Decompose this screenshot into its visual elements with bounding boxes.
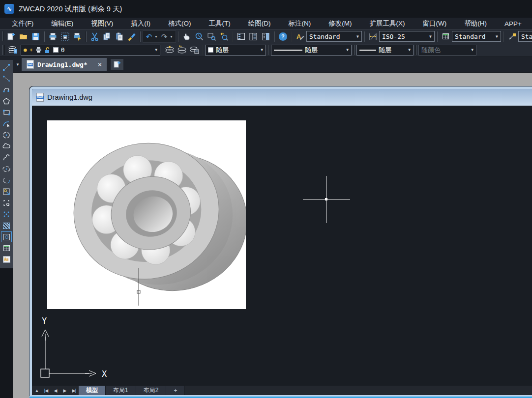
print-preview-button[interactable] — [59, 30, 71, 43]
menu-app-plus[interactable]: APP+ — [496, 18, 531, 29]
insert-block-tool[interactable] — [1, 186, 12, 197]
toolbar-separator — [232, 31, 233, 42]
plot-button[interactable] — [47, 30, 59, 43]
menu-view[interactable]: 视图(V) — [82, 18, 122, 29]
tab-list-dropdown[interactable]: ▼ — [14, 58, 22, 71]
menu-draw[interactable]: 绘图(D) — [239, 18, 280, 29]
rectangle-tool[interactable] — [1, 107, 12, 118]
spline-tool[interactable] — [1, 152, 12, 163]
make-block-tool[interactable] — [1, 198, 12, 208]
menu-express-tools[interactable]: 扩展工具(X) — [361, 18, 414, 29]
zoom-window-button[interactable] — [206, 30, 218, 43]
redo-button[interactable]: ↷ — [159, 30, 169, 43]
ellipse-tool[interactable] — [1, 164, 12, 174]
table-style-combo[interactable]: Standard▼ — [452, 31, 501, 42]
point-tool[interactable] — [1, 209, 12, 220]
add-layout-button[interactable]: + — [166, 386, 185, 395]
model-space-canvas[interactable]: Y X — [32, 106, 532, 386]
document-tab-label: Drawing1.dwg* — [37, 61, 88, 68]
mleader-style-icon — [506, 30, 518, 43]
drawing-window-titlebar[interactable]: DWG Drawing1.dwg — [32, 89, 532, 106]
menu-edit[interactable]: 编辑(E) — [42, 18, 82, 29]
caret-icon: ▼ — [496, 34, 498, 39]
match-properties-button[interactable] — [125, 30, 138, 43]
first-layout-button[interactable]: |◀ — [41, 386, 51, 395]
construction-line-tool[interactable] — [1, 73, 12, 84]
menu-insert[interactable]: 插入(I) — [122, 18, 159, 29]
layer-combo[interactable]: ● ☀ 0 ▼ — [21, 45, 160, 56]
properties-palette-button[interactable] — [235, 30, 247, 43]
layer-plot-icon[interactable] — [35, 47, 42, 53]
pan-button[interactable] — [181, 30, 193, 43]
menu-dimension[interactable]: 标注(N) — [280, 18, 320, 29]
color-swatch — [208, 47, 213, 53]
next-layout-button[interactable]: ▶ — [60, 386, 69, 395]
circle-tool[interactable] — [1, 130, 12, 141]
pickbox-cursor — [325, 198, 327, 200]
new-tab-button[interactable] — [111, 59, 123, 70]
undo-button[interactable]: ↶ — [144, 30, 154, 43]
hatch-tool[interactable] — [1, 220, 12, 231]
polygon-tool[interactable] — [1, 96, 12, 107]
mtext-tool[interactable]: A≡ — [1, 254, 12, 265]
polyline-tool[interactable] — [1, 85, 12, 95]
last-layout-button[interactable]: ▶| — [69, 386, 79, 395]
menu-file[interactable]: 文件(F) — [3, 18, 42, 29]
tab-layout1[interactable]: 布局1 — [106, 386, 136, 395]
layer-lock-icon[interactable] — [44, 47, 51, 54]
new-button[interactable] — [5, 30, 17, 43]
ellipse-arc-tool[interactable] — [1, 175, 12, 186]
layer-on-icon[interactable]: ● — [24, 47, 27, 53]
menu-format[interactable]: 格式(O) — [159, 18, 200, 29]
sheet-set-manager-button[interactable] — [260, 30, 272, 43]
tab-model[interactable]: 模型 — [79, 386, 106, 395]
tool-palettes-button[interactable] — [247, 30, 260, 43]
layout-menu-button[interactable]: ▲ — [32, 386, 41, 395]
caret-icon: ▼ — [346, 48, 349, 52]
region-tool[interactable] — [1, 231, 12, 242]
zoom-realtime-button[interactable] — [193, 30, 206, 43]
menu-tools[interactable]: 工具(T) — [200, 18, 239, 29]
menu-modify[interactable]: 修改(M) — [320, 18, 360, 29]
cut-button[interactable] — [89, 30, 101, 43]
zoom-previous-button[interactable] — [218, 30, 230, 43]
make-object-layer-current-button[interactable] — [163, 44, 176, 56]
line-tool[interactable] — [1, 62, 12, 73]
undo-dropdown-caret[interactable]: ▼ — [154, 35, 158, 38]
previous-layout-button[interactable]: ◀ — [51, 386, 60, 395]
document-tab-active[interactable]: DWG Drawing1.dwg* × — [22, 58, 107, 71]
lineweight-combo[interactable]: 随层 ▼ — [356, 45, 414, 56]
caret-icon: ▼ — [356, 34, 359, 39]
toolbar-separator — [291, 31, 292, 42]
copy-button[interactable] — [101, 30, 113, 43]
text-style-icon: A — [294, 30, 306, 43]
arc-tool[interactable] — [1, 118, 12, 129]
tab-layout2[interactable]: 布局2 — [136, 386, 167, 395]
publish-button[interactable] — [71, 30, 84, 43]
layer-freeze-icon[interactable]: ☀ — [30, 47, 33, 54]
dimension-style-combo[interactable]: ISO-25▼ — [379, 31, 435, 42]
toolbar-separator — [503, 31, 504, 42]
paste-button[interactable] — [113, 30, 125, 43]
close-tab-icon[interactable]: × — [98, 60, 102, 68]
layer-states-manager-button[interactable] — [188, 44, 200, 56]
toolbar-grip[interactable] — [2, 31, 3, 41]
plot-style-combo[interactable]: 随颜色 ▼ — [418, 45, 476, 56]
toolbar-separator — [354, 45, 355, 55]
layout-tab-bar: ▲ |◀ ◀ ▶ ▶| 模型 布局1 布局2 + — [32, 386, 532, 395]
mleader-style-combo[interactable]: Standard▼ — [518, 31, 532, 42]
layer-properties-button[interactable] — [6, 44, 19, 56]
text-style-combo[interactable]: Standard▼ — [306, 31, 362, 42]
color-combo[interactable]: 随层 ▼ — [205, 45, 266, 56]
redo-dropdown-caret[interactable]: ▼ — [170, 35, 173, 38]
table-tool[interactable] — [1, 243, 12, 254]
help-button[interactable]: ? — [277, 30, 289, 43]
layer-previous-button[interactable] — [176, 44, 188, 56]
menu-window[interactable]: 窗口(W) — [414, 18, 456, 29]
revision-cloud-tool[interactable] — [1, 141, 12, 152]
save-button[interactable] — [30, 30, 42, 43]
toolbar-grip[interactable] — [2, 45, 5, 55]
open-button[interactable] — [17, 30, 30, 43]
menu-help[interactable]: 帮助(H) — [455, 18, 496, 29]
linetype-combo[interactable]: 随层 ▼ — [271, 45, 352, 56]
